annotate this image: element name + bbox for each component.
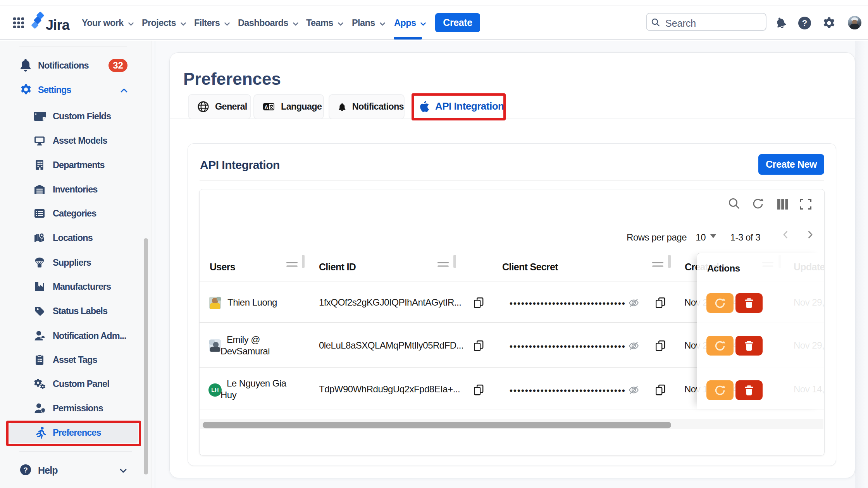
svg-text:A: A bbox=[264, 104, 268, 110]
svg-text:?: ? bbox=[23, 466, 28, 474]
svg-text:?: ? bbox=[802, 18, 807, 28]
